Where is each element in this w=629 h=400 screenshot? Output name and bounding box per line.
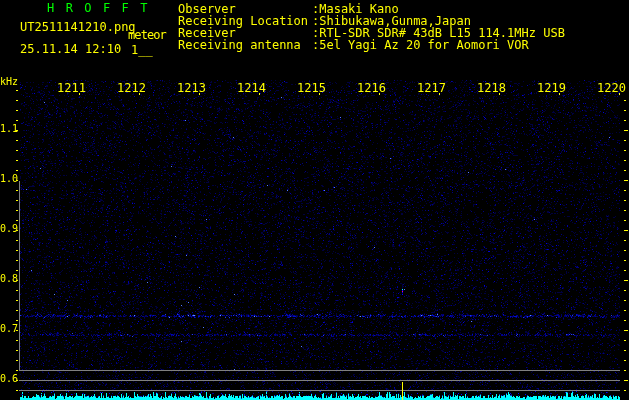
freq-axis-tick-right xyxy=(624,160,626,161)
time-axis-tick xyxy=(619,93,620,95)
freq-axis-tick-right xyxy=(624,320,626,321)
freq-axis-tick-right xyxy=(624,260,626,261)
time-axis-tick xyxy=(199,93,200,95)
meteor-count: 1__ xyxy=(131,43,153,57)
event-marker xyxy=(402,382,403,400)
time-axis-label: 1212 xyxy=(117,83,146,94)
freq-axis-tick-left xyxy=(16,380,18,381)
freq-axis-tick-left xyxy=(16,90,18,91)
freq-axis-tick-right xyxy=(624,370,626,371)
freq-axis-tick-right xyxy=(624,170,626,171)
time-axis-tick xyxy=(259,93,260,95)
hrofft-window: H R O F F T UT2511141210.png meteor 25.1… xyxy=(0,0,629,400)
time-axis-tick xyxy=(499,93,500,95)
time-axis-label: 1216 xyxy=(357,83,386,94)
plot-bottom-border xyxy=(19,370,620,371)
freq-axis-tick-right xyxy=(624,250,626,251)
freq-axis-tick-right xyxy=(624,130,628,131)
freq-axis-label: 0.8 xyxy=(0,274,18,284)
freq-axis-tick-left xyxy=(16,370,18,371)
freq-axis-tick-right xyxy=(624,380,628,381)
freq-axis-tick-right xyxy=(624,390,626,391)
freq-unit-label: kHz xyxy=(0,76,18,87)
time-axis-label: 1213 xyxy=(177,83,206,94)
freq-axis-tick-right xyxy=(624,140,626,141)
freq-axis-tick-left xyxy=(16,110,18,111)
freq-axis-tick-left xyxy=(16,310,18,311)
freq-axis-tick-left xyxy=(16,210,18,211)
mode-label: meteor xyxy=(128,28,166,42)
station-info-value: :5el Yagi Az 20 for Aomori VOR xyxy=(312,38,529,52)
freq-axis-tick-right xyxy=(624,300,626,301)
band-divider-2 xyxy=(19,390,620,391)
freq-axis-tick-left xyxy=(16,220,18,221)
freq-axis-tick-left xyxy=(16,280,18,281)
time-axis-tick xyxy=(79,93,80,95)
freq-axis-tick-right xyxy=(624,190,626,191)
freq-axis-tick-right xyxy=(624,120,626,121)
freq-axis-tick-left xyxy=(16,260,18,261)
freq-axis-tick-right xyxy=(624,100,626,101)
freq-axis-tick-right xyxy=(624,310,626,311)
freq-axis-label: 0.6 xyxy=(0,374,18,384)
freq-axis-tick-left xyxy=(16,240,18,241)
datetime-label: 25.11.14 12:10 xyxy=(20,42,121,56)
freq-axis-tick-left xyxy=(16,320,18,321)
freq-axis-tick-right xyxy=(624,200,626,201)
capture-filename: UT2511141210.png xyxy=(20,20,136,34)
freq-axis-tick-right xyxy=(624,180,628,181)
freq-axis-tick-right xyxy=(624,240,626,241)
freq-axis-tick-left xyxy=(16,300,18,301)
freq-axis-label: 1.1 xyxy=(0,124,18,134)
freq-axis-label: 0.9 xyxy=(0,224,18,234)
freq-axis-tick-right xyxy=(624,220,626,221)
freq-axis-tick-left xyxy=(16,190,18,191)
time-axis-tick xyxy=(439,93,440,95)
band-divider-1 xyxy=(19,380,620,381)
freq-axis-tick-right xyxy=(624,330,628,331)
freq-axis-tick-right xyxy=(624,210,626,211)
freq-axis-label: 0.7 xyxy=(0,324,18,334)
freq-axis-tick-right xyxy=(624,150,626,151)
time-axis-label: 1219 xyxy=(537,83,566,94)
freq-axis-tick-left xyxy=(16,330,18,331)
freq-axis-tick-left xyxy=(16,360,18,361)
freq-axis-label: 1.0 xyxy=(0,174,18,184)
plot-left-border xyxy=(19,181,20,370)
station-info-label: Receiving antenna xyxy=(178,39,312,51)
time-axis-tick xyxy=(559,93,560,95)
time-axis-label: 1217 xyxy=(417,83,446,94)
freq-axis-tick-left xyxy=(16,250,18,251)
app-title: H R O F F T xyxy=(47,1,150,15)
freq-axis-tick-left xyxy=(16,160,18,161)
freq-axis-tick-right xyxy=(624,350,626,351)
freq-axis-tick-right xyxy=(624,280,628,281)
freq-axis-tick-left xyxy=(16,130,18,131)
freq-axis-tick-right xyxy=(624,360,626,361)
freq-axis-tick-left xyxy=(16,200,18,201)
freq-axis-tick-right xyxy=(624,270,626,271)
time-axis-label: 1218 xyxy=(477,83,506,94)
freq-axis-tick-left xyxy=(16,100,18,101)
freq-axis-tick-left xyxy=(16,180,18,181)
freq-axis-tick-left xyxy=(16,270,18,271)
time-axis-label: 1220 xyxy=(597,83,626,94)
freq-axis-tick-right xyxy=(624,290,626,291)
station-info: Observer:Masaki KanoReceiving Location:S… xyxy=(178,3,565,51)
time-axis-label: 1214 xyxy=(237,83,266,94)
freq-axis-tick-right xyxy=(624,340,626,341)
freq-axis-tick-right xyxy=(624,230,628,231)
freq-axis-tick-left xyxy=(16,170,18,171)
freq-axis-tick-left xyxy=(16,230,18,231)
freq-axis-tick-left xyxy=(16,120,18,121)
time-axis-tick xyxy=(319,93,320,95)
freq-axis-tick-left xyxy=(16,140,18,141)
time-axis-tick xyxy=(379,93,380,95)
time-axis-label: 1211 xyxy=(57,83,86,94)
spectrogram-noise-canvas xyxy=(0,0,629,400)
time-axis-label: 1215 xyxy=(297,83,326,94)
freq-axis-tick-left xyxy=(16,150,18,151)
freq-axis-tick-left xyxy=(16,290,18,291)
freq-axis-tick-left xyxy=(16,350,18,351)
freq-axis-tick-left xyxy=(16,340,18,341)
